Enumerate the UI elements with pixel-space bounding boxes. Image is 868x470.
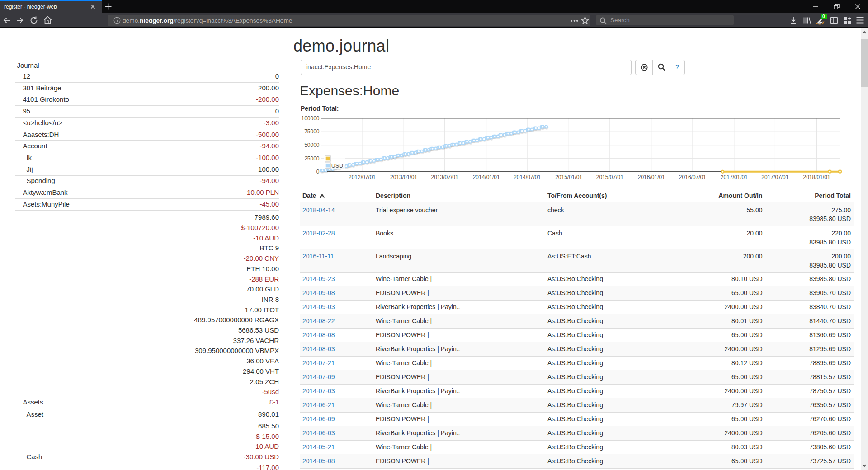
svg-text:2016/01/01: 2016/01/01 bbox=[638, 174, 665, 180]
svg-text:2016/07/01: 2016/07/01 bbox=[679, 174, 706, 180]
svg-text:2013/07/01: 2013/07/01 bbox=[431, 174, 458, 180]
svg-text:2015/07/01: 2015/07/01 bbox=[596, 174, 623, 180]
svg-text:2014/01/01: 2014/01/01 bbox=[473, 174, 500, 180]
svg-text:USD: USD bbox=[331, 163, 343, 169]
svg-text:2012/07/01: 2012/07/01 bbox=[349, 174, 376, 180]
svg-text:25000: 25000 bbox=[304, 155, 320, 162]
svg-text:2013/01/01: 2013/01/01 bbox=[390, 174, 417, 180]
svg-text:100000: 100000 bbox=[301, 115, 319, 122]
svg-text:2018/01/01: 2018/01/01 bbox=[803, 174, 830, 180]
svg-text:0: 0 bbox=[316, 169, 320, 175]
svg-text:2015/01/01: 2015/01/01 bbox=[555, 174, 582, 180]
svg-text:75000: 75000 bbox=[304, 128, 320, 135]
svg-text:50000: 50000 bbox=[304, 142, 320, 148]
svg-text:2017/01/01: 2017/01/01 bbox=[721, 174, 748, 180]
svg-text:2017/07/01: 2017/07/01 bbox=[761, 174, 788, 180]
svg-text:2014/07/01: 2014/07/01 bbox=[514, 174, 541, 180]
